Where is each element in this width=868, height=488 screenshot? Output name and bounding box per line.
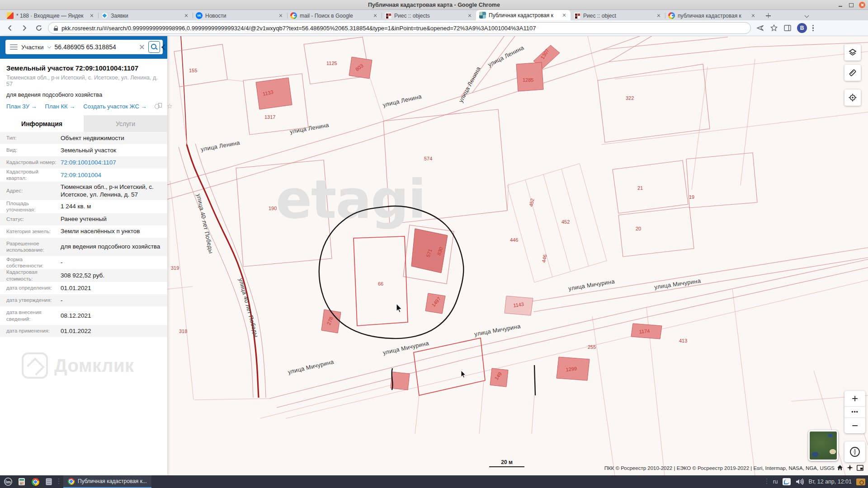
measure-button[interactable] bbox=[844, 65, 861, 81]
tab-services[interactable]: Услуги bbox=[84, 115, 167, 132]
browser-tab[interactable]: Заявки bbox=[98, 11, 193, 20]
tab-close-icon[interactable] bbox=[372, 13, 378, 19]
geolocation-button[interactable] bbox=[844, 441, 865, 462]
yandex-favicon-icon bbox=[7, 12, 14, 19]
url-text[interactable]: pkk.rosreestr.ru/#/search/0.999999999999… bbox=[61, 25, 536, 32]
mint-logo-icon: lm bbox=[4, 477, 13, 486]
info-row-value: 1 244 кв. м bbox=[61, 202, 167, 211]
tab-close-icon[interactable] bbox=[278, 13, 284, 19]
maximize-button[interactable] bbox=[848, 2, 854, 8]
keyboard-layout-indicator[interactable]: ru bbox=[773, 479, 778, 485]
plan-kk-link[interactable]: План КК → bbox=[45, 103, 75, 110]
page-content: Участки 56.486905 65.318854 Земельный уч… bbox=[0, 36, 868, 475]
close-button[interactable] bbox=[859, 2, 865, 8]
map-canvas[interactable]: etagi bbox=[167, 36, 868, 475]
sidebar-collapse-chevron[interactable] bbox=[162, 42, 168, 52]
info-row-value: 308 922,52 руб. bbox=[61, 272, 167, 280]
basemap-switch-thumbnail[interactable] bbox=[808, 430, 838, 461]
browser-menu-kebab-icon[interactable] bbox=[812, 24, 814, 32]
minimize-button[interactable] bbox=[837, 2, 844, 8]
screenshot-tray-icon[interactable] bbox=[856, 479, 865, 485]
tab-close-icon[interactable] bbox=[750, 13, 756, 19]
parcel-number: 574 bbox=[424, 156, 432, 161]
zoom-out-button[interactable]: − bbox=[844, 418, 865, 433]
forward-arrow-icon bbox=[21, 24, 28, 32]
create-parcel-link[interactable]: Создать участок ЖС → bbox=[83, 103, 146, 110]
info-row-label: Площадь уточненная: bbox=[6, 200, 61, 213]
browser-tab[interactable]: публичная кадастровая к bbox=[665, 11, 760, 20]
tab-information[interactable]: Информация bbox=[0, 115, 84, 132]
info-row-label: дата определения: bbox=[6, 285, 61, 291]
browser-tab[interactable]: mail - Поиск в Google bbox=[287, 11, 382, 20]
cadastral-map[interactable]: etagi bbox=[167, 36, 868, 475]
compass-icon bbox=[849, 446, 861, 458]
info-row-value[interactable]: 72:09:1001004 bbox=[61, 171, 167, 179]
search-category[interactable]: Участки bbox=[21, 44, 44, 51]
start-menu-button[interactable]: lm bbox=[3, 476, 14, 487]
send-to-devices-icon[interactable] bbox=[756, 24, 764, 32]
plan-preview-icon[interactable] bbox=[155, 103, 162, 109]
forward-button[interactable] bbox=[19, 23, 30, 33]
browser-tab[interactable]: Публичная кадастровая к bbox=[476, 10, 571, 20]
category-chevron-down-icon[interactable] bbox=[47, 45, 51, 49]
info-row-label: Кадастровый квартал: bbox=[6, 169, 61, 182]
tab-close-icon[interactable] bbox=[561, 12, 567, 19]
calculator-launcher-icon[interactable] bbox=[16, 476, 27, 487]
zoom-more-button[interactable]: ••• bbox=[844, 406, 865, 418]
locate-star-icon[interactable] bbox=[847, 465, 853, 471]
zoom-in-button[interactable]: + bbox=[844, 391, 865, 406]
chrome-launcher-icon[interactable] bbox=[30, 476, 41, 487]
domclick-logo-icon bbox=[22, 352, 48, 379]
browser-tab[interactable]: * 188 · Входящие — Яндек bbox=[4, 11, 98, 20]
fullscreen-icon[interactable] bbox=[857, 465, 863, 471]
layers-button[interactable] bbox=[844, 44, 861, 61]
layers-icon bbox=[848, 48, 857, 57]
info-row-value[interactable]: 72:09:1001004:1107 bbox=[61, 159, 167, 167]
info-row-label: Кадастровый номер: bbox=[6, 159, 61, 165]
identify-point-button[interactable] bbox=[844, 89, 861, 106]
search-input[interactable]: 56.486905 65.318854 bbox=[55, 43, 136, 51]
info-row-label: Кадастровая стоимость: bbox=[6, 269, 61, 282]
new-tab-button[interactable] bbox=[762, 11, 774, 20]
favorite-star-icon[interactable] bbox=[166, 103, 174, 110]
tab-strip: * 188 · Входящие — ЯндекЗаявкиНовостиmai… bbox=[0, 10, 868, 20]
tab-close-icon[interactable] bbox=[89, 13, 95, 19]
parcel-number: 190 bbox=[269, 206, 277, 211]
tab-label: Новости bbox=[205, 13, 275, 19]
network-tray-icon[interactable] bbox=[783, 478, 791, 485]
parcel-number: 1317 bbox=[264, 114, 275, 120]
tab-close-icon[interactable] bbox=[183, 13, 189, 19]
parcel-number: 319 bbox=[171, 265, 179, 271]
tab-close-icon[interactable] bbox=[467, 13, 473, 19]
tab-search-chevron-icon[interactable] bbox=[805, 14, 809, 18]
street-label: улица Ленина bbox=[289, 122, 330, 135]
active-task-label: Публичная кадастровая к... bbox=[78, 478, 147, 484]
reload-button[interactable] bbox=[33, 23, 44, 33]
home-icon[interactable] bbox=[837, 465, 843, 471]
info-row-value: 01.01.2021 bbox=[61, 284, 167, 292]
side-panel-icon[interactable] bbox=[783, 24, 792, 32]
plan-zu-link[interactable]: План ЗУ → bbox=[6, 103, 37, 110]
bookmark-star-icon[interactable] bbox=[770, 24, 778, 32]
menu-hamburger-icon[interactable] bbox=[10, 44, 18, 50]
info-row: Кадастровая стоимость:308 922,52 руб. bbox=[0, 269, 167, 282]
road-40-let-pobedy bbox=[179, 144, 266, 398]
mouse-cursor bbox=[396, 304, 466, 378]
info-row-value: Объект недвижимости bbox=[61, 134, 167, 142]
browser-tab[interactable]: Риес :: objects bbox=[382, 11, 476, 20]
tab-close-icon[interactable] bbox=[656, 13, 662, 19]
browser-tab[interactable]: Новости bbox=[193, 11, 287, 20]
profile-avatar[interactable]: B bbox=[797, 23, 807, 33]
file-manager-launcher-icon[interactable] bbox=[43, 476, 54, 487]
volume-tray-icon[interactable] bbox=[795, 478, 804, 485]
active-task-button[interactable]: Публичная кадастровая к... bbox=[63, 475, 151, 488]
browser-tab[interactable]: Риес :: object bbox=[571, 11, 665, 20]
back-button[interactable] bbox=[5, 23, 15, 33]
site-security-lock-icon[interactable] bbox=[54, 26, 58, 31]
search-box[interactable]: Участки 56.486905 65.318854 bbox=[5, 40, 163, 54]
clock[interactable]: Вт, 12 апр, 12:01 bbox=[809, 479, 852, 485]
clear-search-icon[interactable] bbox=[139, 44, 145, 50]
omnibox[interactable]: pkk.rosreestr.ru/#/search/0.999999999999… bbox=[48, 22, 751, 34]
search-submit-button[interactable] bbox=[148, 41, 160, 53]
taskbar: lm Публичная кадастровая к... ru Вт, 12 … bbox=[0, 475, 868, 488]
